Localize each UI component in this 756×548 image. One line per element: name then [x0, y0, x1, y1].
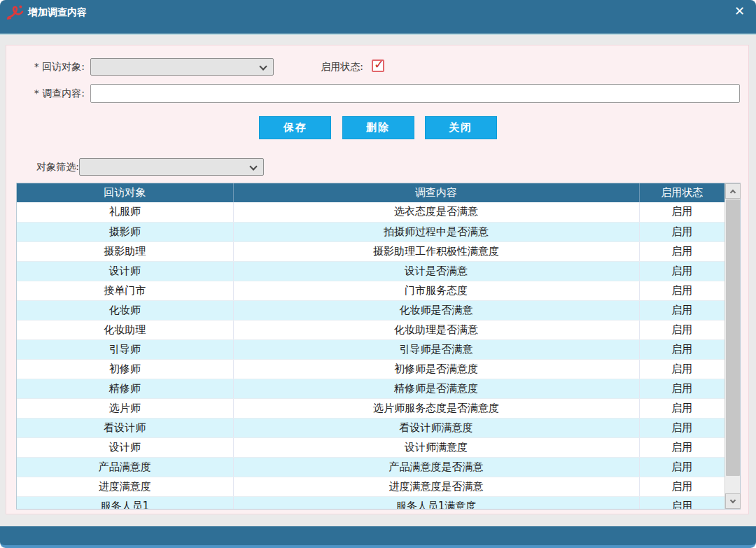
row-target: 看设计师	[17, 418, 233, 437]
table-header-row: 回访对象 调查内容 启用状态	[17, 183, 724, 202]
row-target: 引导师	[17, 339, 233, 359]
row-target: 摄影师	[17, 222, 233, 241]
table-row[interactable]: 设计师设计师满意度启用	[17, 437, 724, 457]
table-grid: 回访对象 调查内容 启用状态 礼服师选衣态度是否满意启用摄影师拍摄师过程中是否满…	[17, 183, 724, 509]
table-row[interactable]: 初修师初修师是否满意度启用	[17, 359, 724, 379]
row-target: 产品满意度	[17, 457, 233, 477]
row-status: 启用	[639, 339, 724, 359]
row-status: 启用	[639, 300, 724, 320]
table-row[interactable]: 设计师设计是否满意启用	[17, 261, 724, 281]
row-status: 启用	[639, 477, 724, 496]
row-content: 产品满意度是否满意	[233, 457, 639, 477]
row-content: 选衣态度是否满意	[233, 202, 639, 222]
scroll-down-button[interactable]	[725, 493, 741, 509]
add-survey-dialog: 增加调查内容 ✕ * 回访对象: 启用状态: ✓ * 调查内容: 保存 删除 关…	[0, 0, 756, 548]
row-status: 启用	[639, 202, 724, 222]
row-target: 精修师	[17, 379, 233, 398]
scroll-up-button[interactable]	[725, 183, 741, 199]
table-row[interactable]: 进度满意度进度满意度是否满意启用	[17, 477, 724, 496]
row-status: 启用	[639, 359, 724, 379]
row-content: 门市服务态度	[233, 281, 639, 300]
survey-content-label: * 调查内容:	[15, 85, 85, 102]
filter-label: 对象筛选:	[9, 158, 79, 176]
close-button[interactable]: 关闭	[425, 116, 497, 139]
row-target: 接单门市	[17, 281, 233, 300]
titlebar-divider	[0, 34, 756, 35]
dialog-title: 增加调查内容	[28, 3, 87, 20]
row-target: 设计师	[17, 261, 233, 281]
table-row[interactable]: 服务人员1服务人员1满意度启用	[17, 496, 724, 509]
dialog-bottombar	[0, 526, 756, 548]
row-status: 启用	[639, 398, 724, 418]
chevron-down-icon	[730, 498, 736, 503]
table-row[interactable]: 礼服师选衣态度是否满意启用	[17, 202, 724, 222]
table-row[interactable]: 化妆师化妆师是否满意启用	[17, 300, 724, 320]
row-content: 看设计师满意度	[233, 418, 639, 437]
col-header-target: 回访对象	[17, 183, 233, 202]
enable-status-checkbox[interactable]: ✓	[372, 59, 384, 72]
save-button[interactable]: 保存	[259, 116, 331, 139]
visit-target-select[interactable]	[90, 58, 274, 76]
enable-status-label: 启用状态:	[272, 58, 363, 76]
row-status: 启用	[639, 379, 724, 398]
row-status: 启用	[639, 437, 724, 457]
table-scrollbar[interactable]	[724, 183, 740, 509]
row-content: 设计是否满意	[233, 261, 639, 281]
row-target: 初修师	[17, 359, 233, 379]
row-target: 化妆师	[17, 300, 233, 320]
dialog-titlebar: 增加调查内容 ✕	[0, 0, 756, 34]
row-status: 启用	[639, 241, 724, 261]
table-row[interactable]: 摄影师拍摄师过程中是否满意启用	[17, 222, 724, 241]
row-status: 启用	[639, 418, 724, 437]
delete-button[interactable]: 删除	[342, 116, 414, 139]
table-body: 礼服师选衣态度是否满意启用摄影师拍摄师过程中是否满意启用摄影助理摄影助理工作积极…	[17, 202, 724, 509]
row-target: 设计师	[17, 437, 233, 457]
table-row[interactable]: 引导师引导师是否满意启用	[17, 339, 724, 359]
col-header-content: 调查内容	[233, 183, 639, 202]
scrollbar-thumb[interactable]	[726, 199, 740, 476]
row-content: 选片师服务态度是否满意度	[233, 398, 639, 418]
row-target: 选片师	[17, 398, 233, 418]
check-icon: ✓	[374, 57, 384, 71]
visit-target-label: * 回访对象:	[15, 58, 85, 76]
row-content: 精修师是否满意度	[233, 379, 639, 398]
row-status: 启用	[639, 496, 724, 509]
row-target: 服务人员1	[17, 496, 233, 509]
table-row[interactable]: 化妆助理化妆助理是否满意启用	[17, 320, 724, 339]
row-status: 启用	[639, 222, 724, 241]
row-content: 初修师是否满意度	[233, 359, 639, 379]
row-content: 化妆师是否满意	[233, 300, 639, 320]
table-row[interactable]: 摄影助理摄影助理工作积极性满意度启用	[17, 241, 724, 261]
close-icon[interactable]: ✕	[732, 3, 748, 19]
chevron-down-icon	[259, 62, 267, 70]
chevron-down-icon	[249, 162, 257, 170]
row-content: 化妆助理是否满意	[233, 320, 639, 339]
table-row[interactable]: 选片师选片师服务态度是否满意度启用	[17, 398, 724, 418]
row-status: 启用	[639, 261, 724, 281]
row-content: 拍摄师过程中是否满意	[233, 222, 639, 241]
row-target: 礼服师	[17, 202, 233, 222]
filter-select[interactable]	[79, 158, 264, 176]
row-content: 摄影助理工作积极性满意度	[233, 241, 639, 261]
content-panel: * 回访对象: 启用状态: ✓ * 调查内容: 保存 删除 关闭 对象筛选:	[6, 45, 749, 514]
table-row[interactable]: 接单门市门市服务态度启用	[17, 281, 724, 300]
row-status: 启用	[639, 320, 724, 339]
table-row[interactable]: 精修师精修师是否满意度启用	[17, 379, 724, 398]
app-logo-icon	[6, 3, 25, 22]
survey-table: 回访对象 调查内容 启用状态 礼服师选衣态度是否满意启用摄影师拍摄师过程中是否满…	[16, 183, 741, 510]
row-target: 摄影助理	[17, 241, 233, 261]
button-row: 保存 删除 关闭	[6, 116, 750, 139]
row-content: 设计师满意度	[233, 437, 639, 457]
col-header-status: 启用状态	[639, 183, 724, 202]
row-content: 服务人员1满意度	[233, 496, 639, 509]
survey-content-input[interactable]	[90, 84, 740, 103]
row-status: 启用	[639, 457, 724, 477]
row-target: 化妆助理	[17, 320, 233, 339]
chevron-up-icon	[730, 190, 736, 195]
row-content: 引导师是否满意	[233, 339, 639, 359]
row-target: 进度满意度	[17, 477, 233, 496]
table-row[interactable]: 产品满意度产品满意度是否满意启用	[17, 457, 724, 477]
table-row[interactable]: 看设计师看设计师满意度启用	[17, 418, 724, 437]
row-content: 进度满意度是否满意	[233, 477, 639, 496]
row-status: 启用	[639, 281, 724, 300]
